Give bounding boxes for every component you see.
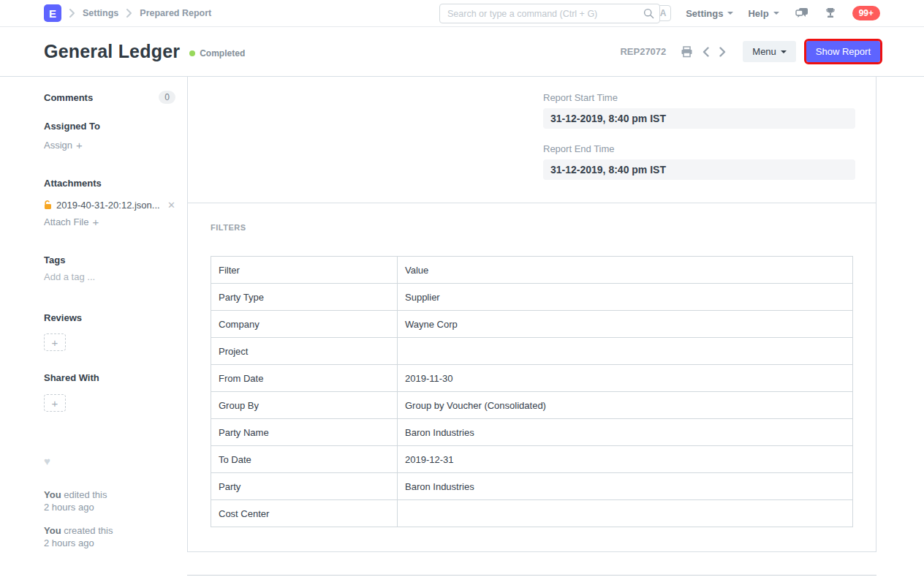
value-cell [398,338,853,365]
help-menu-label: Help [748,8,768,19]
page-head: General Ledger Completed REP27072 Menu S… [0,27,924,77]
activity-actor: You [44,525,61,536]
filter-cell: Party Type [211,284,398,311]
chevron-down-icon [773,12,779,15]
comments-link[interactable]: Comments [44,92,93,103]
table-header-row: Filter Value [211,257,853,284]
activity-entry: You edited this 2 hours ago [44,489,175,513]
table-row: Party Baron Industries [211,473,853,500]
table-row: Cost Center [211,500,853,527]
filter-cell: Company [211,311,398,338]
form-sidebar: Comments 0 Assigned To Assign + Attachme… [44,77,175,552]
attachment-item: 2019-40-31-20:12.json... ✕ [44,200,175,211]
status-badge: Completed [189,48,245,59]
assigned-to-heading: Assigned To [44,121,175,132]
breadcrumb-chevron-icon [126,9,132,18]
prev-button[interactable] [702,47,710,57]
notifications-badge[interactable]: 99+ [852,6,880,20]
tags-heading: Tags [44,254,175,265]
attach-file-link[interactable]: Attach File + [44,216,99,228]
filter-cell: Party [211,473,398,500]
navbar-right-group: A Settings Help 99+ [655,5,880,21]
breadcrumb-chevron-icon [69,9,75,18]
value-cell: 2019-11-30 [398,365,853,392]
add-tag-input[interactable]: Add a tag ... [44,271,95,282]
filter-cell: Project [211,338,398,365]
menu-button[interactable]: Menu [743,41,796,62]
value-cell: Group by Voucher (Consolidated) [398,392,853,419]
settings-menu-label: Settings [686,8,723,19]
next-button[interactable] [719,47,727,57]
section-divider [187,575,876,576]
activity-entry: You created this 2 hours ago [44,524,175,549]
table-row: Party Type Supplier [211,284,853,311]
table-row: To Date 2019-12-31 [211,446,853,473]
value-cell: Baron Industries [398,419,853,446]
attachments-heading: Attachments [44,178,175,189]
value-cell: Wayne Corp [398,311,853,338]
report-end-time-label: Report End Time [543,143,855,154]
filter-cell: Cost Center [211,500,398,527]
lock-icon [44,200,52,210]
show-report-button[interactable]: Show Report [806,41,880,62]
attach-file-label: Attach File [44,216,88,227]
filter-cell: To Date [211,446,398,473]
assign-link-label: Assign [44,140,72,151]
top-navbar: E Settings Prepared Report A Settings He… [0,0,924,27]
value-cell: Baron Industries [398,473,853,500]
plus-icon: + [92,216,99,228]
chevron-down-icon [781,50,787,53]
comments-count: 0 [159,91,175,104]
search-icon [643,8,654,19]
filter-column-header: Filter [211,257,398,284]
page-title: General Ledger [44,41,180,62]
page-head-actions: REP27072 Menu Show Report [620,41,880,62]
chevron-down-icon [727,12,733,15]
table-row: Group By Group by Voucher (Consolidated) [211,392,853,419]
shared-with-heading: Shared With [44,372,175,383]
reviews-heading: Reviews [44,312,175,323]
value-cell: 2019-12-31 [398,446,853,473]
breadcrumb-prepared-report[interactable]: Prepared Report [140,8,211,18]
value-cell [398,500,853,527]
attachment-link[interactable]: 2019-40-31-20:12.json... [56,200,160,211]
global-search [439,4,660,23]
breadcrumb-settings[interactable]: Settings [83,8,118,18]
report-times-section: Report Start Time 31-12-2019, 8:40 pm IS… [188,77,876,203]
menu-button-label: Menu [752,46,776,57]
plus-icon: + [76,139,83,151]
like-heart-icon[interactable]: ♥ [44,455,175,467]
status-label: Completed [200,48,245,59]
help-menu[interactable]: Help [748,8,779,19]
search-input[interactable] [439,4,660,23]
table-row: From Date 2019-11-30 [211,365,853,392]
share-button[interactable]: + [44,394,66,412]
table-row: Party Name Baron Industries [211,419,853,446]
filters-table: Filter Value Party Type Supplier Company… [211,256,853,527]
chat-icon[interactable] [795,7,808,19]
remove-attachment-icon[interactable]: ✕ [167,200,175,211]
form-card: Report Start Time 31-12-2019, 8:40 pm IS… [187,77,876,552]
app-logo[interactable]: E [44,4,61,22]
activity-actor: You [44,489,61,500]
value-column-header: Value [398,257,853,284]
activity-timestamp: 2 hours ago [44,537,175,549]
print-button[interactable] [681,46,693,58]
report-start-time-value: 31-12-2019, 8:40 pm IST [543,108,855,129]
status-dot-icon [189,50,195,56]
filters-section: FILTERS Filter Value Party Type Supplier… [188,203,876,552]
page-body: Comments 0 Assigned To Assign + Attachme… [0,77,924,552]
value-cell: Supplier [398,284,853,311]
add-review-button[interactable]: + [44,333,66,351]
filter-cell: Party Name [211,419,398,446]
filter-cell: Group By [211,392,398,419]
filters-section-heading: FILTERS [211,223,853,232]
report-start-time-label: Report Start Time [543,92,855,103]
settings-menu[interactable]: Settings [686,8,733,19]
table-row: Project [211,338,853,365]
activity-action: edited this [64,489,107,500]
trophy-icon[interactable] [825,7,836,19]
assign-link[interactable]: Assign + [44,139,83,151]
table-row: Company Wayne Corp [211,311,853,338]
document-id: REP27072 [620,46,666,57]
